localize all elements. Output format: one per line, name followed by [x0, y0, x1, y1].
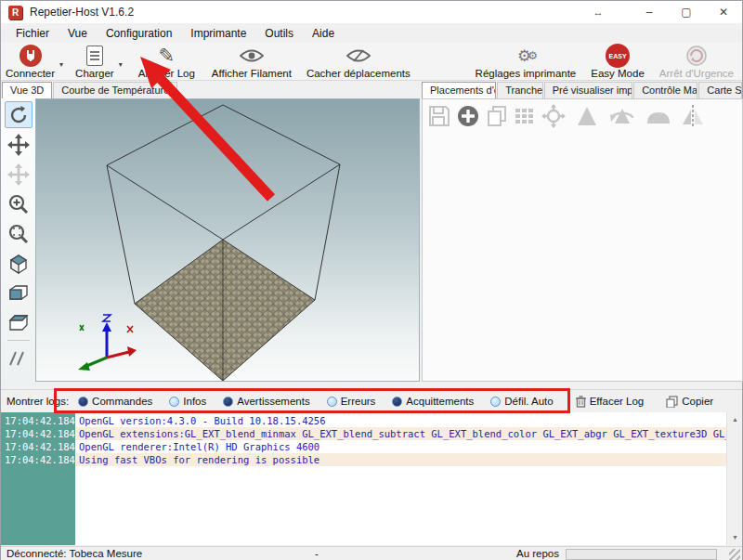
fit-view-button[interactable]	[5, 220, 33, 247]
toggle-acquittements[interactable]: Acquittements	[392, 396, 474, 407]
minimize-button[interactable]: –	[631, 1, 668, 23]
window-title: Repetier-Host V1.6.2	[30, 6, 134, 19]
document-icon	[86, 46, 103, 66]
copy-log-button[interactable]: Copier	[666, 396, 713, 408]
add-object-icon[interactable]	[456, 104, 480, 128]
menu-imprimante[interactable]: Imprimante	[181, 25, 255, 42]
center-object-icon[interactable]	[541, 104, 566, 128]
main-toolbar: Connecter ▾ Charger ▾ ✎ Afficher Log Aff…	[1, 43, 742, 81]
eye-icon	[240, 45, 264, 67]
tab-carte-sd[interactable]: Carte SD	[698, 82, 742, 98]
toolstrip-divider	[7, 340, 30, 341]
right-tabstrip: Placements d'objets Trancheur Pré visual…	[422, 82, 743, 98]
log-row: 17:04:42.184 OpenGL extensions:GL_EXT_bl…	[1, 427, 728, 440]
move-view-button[interactable]	[5, 131, 33, 158]
app-logo-icon: R	[8, 6, 22, 20]
isometric-view-button[interactable]	[5, 250, 33, 277]
tab-vue-3d[interactable]: Vue 3D	[2, 82, 52, 98]
tab-controle-manuel[interactable]: Contrôle Manuel	[633, 82, 697, 98]
connect-dropdown-icon[interactable]: ▾	[59, 60, 63, 69]
printer-settings-button[interactable]: ⚙⚙ Réglages imprimante	[471, 43, 581, 80]
log-output[interactable]: 17:04:42.184 OpenGL version:4.3.0 - Buil…	[1, 412, 742, 545]
log-row: 17:04:42.184 OpenGL version:4.3.0 - Buil…	[1, 414, 728, 427]
emergency-stop-button: Arrêt d'Urgence	[655, 43, 738, 80]
rotate-view-button[interactable]	[5, 101, 33, 128]
led-icon	[169, 397, 179, 407]
emergency-icon	[685, 45, 708, 67]
left-tabstrip: Vue 3D Courbe de Température	[2, 82, 420, 98]
toggle-defil-auto[interactable]: Défil. Auto	[490, 396, 553, 407]
app-window: R Repetier-Host V1.6.2 ↔ – ▢ ✕ Fichier V…	[0, 0, 743, 560]
eye-slash-icon	[346, 45, 371, 67]
menu-aide[interactable]: Aide	[303, 25, 344, 42]
connection-status: Déconnecté: Tobeca Mesure	[7, 548, 142, 559]
menu-bar: Fichier Vue Configuration Imprimante Out…	[1, 23, 742, 43]
copy-object-icon[interactable]	[486, 105, 508, 127]
show-filament-button[interactable]: Afficher Filament	[207, 43, 296, 80]
connect-button[interactable]: Connecter	[1, 43, 59, 80]
tab-trancheur[interactable]: Trancheur	[497, 82, 543, 98]
object-placement-panel	[422, 98, 743, 382]
progress-bar	[566, 549, 717, 560]
scroll-up-icon[interactable]: ▲	[727, 412, 742, 427]
easy-mode-button[interactable]: EASY Easy Mode	[586, 43, 649, 80]
toggle-avertissements[interactable]: Avertissements	[223, 396, 309, 407]
menu-outils[interactable]: Outils	[255, 25, 303, 42]
arrange-grid-icon[interactable]	[514, 105, 536, 127]
led-icon	[490, 397, 501, 407]
status-bar: Déconnecté: Tobeca Mesure - Au repos	[1, 546, 742, 560]
maximize-button[interactable]: ▢	[668, 1, 705, 23]
tab-pre-visualiser[interactable]: Pré visualiser impression	[544, 82, 632, 98]
mirror-object-icon[interactable]	[681, 104, 705, 128]
toggle-log-button[interactable]: ✎ Afficher Log	[134, 43, 200, 80]
view-toolstrip	[1, 98, 35, 382]
pen-input-icon[interactable]: ↔	[582, 1, 614, 23]
led-icon	[78, 397, 88, 407]
trash-icon	[576, 396, 586, 408]
zoom-in-button[interactable]	[5, 190, 33, 217]
toggle-erreurs[interactable]: Erreurs	[327, 396, 376, 407]
log-vertical-scrollbar[interactable]: ▲ ▼	[726, 412, 742, 545]
hide-travel-button[interactable]: Cacher déplacements	[302, 43, 415, 80]
log-filter-bar: Montrer logs: Commandes Infos Avertissem…	[1, 389, 742, 412]
title-bar: R Repetier-Host V1.6.2 ↔ – ▢ ✕	[1, 1, 742, 23]
tab-courbe-temperature[interactable]: Courbe de Température	[53, 82, 177, 98]
led-icon	[392, 397, 402, 407]
scale-object-icon[interactable]	[577, 105, 597, 127]
view3d-pane	[1, 98, 420, 382]
led-icon	[327, 397, 337, 407]
plug-icon	[20, 45, 42, 67]
copy-icon	[666, 396, 678, 408]
status-center: -	[315, 548, 319, 559]
printer-state: Au repos	[516, 548, 559, 559]
menu-configuration[interactable]: Configuration	[97, 25, 181, 42]
gears-icon: ⚙⚙	[517, 45, 534, 67]
resize-grip-icon[interactable]	[729, 549, 740, 560]
top-view-button[interactable]	[5, 309, 33, 336]
led-icon	[223, 397, 233, 407]
menu-vue[interactable]: Vue	[59, 25, 97, 42]
drop-object-icon[interactable]	[645, 105, 671, 127]
menu-fichier[interactable]: Fichier	[7, 25, 59, 42]
log-row: 17:04:42.184 OpenGL renderer:Intel(R) HD…	[1, 440, 728, 453]
toggle-infos[interactable]: Infos	[169, 396, 206, 407]
parallel-projection-button[interactable]	[5, 345, 33, 371]
rotate-object-icon[interactable]	[608, 105, 636, 127]
easy-badge-icon: EASY	[606, 44, 630, 68]
log-row: 17:04:42.184 Using fast VBOs for renderi…	[1, 453, 728, 466]
horizontal-splitter[interactable]	[1, 382, 742, 389]
pencil-icon: ✎	[158, 45, 175, 67]
log-filter-label: Montrer logs:	[7, 396, 69, 407]
toggle-commandes[interactable]: Commandes	[78, 396, 152, 407]
close-button[interactable]: ✕	[705, 1, 742, 23]
viewport-3d[interactable]	[35, 98, 420, 382]
save-icon[interactable]	[428, 105, 450, 127]
axis-gizmo	[78, 315, 137, 371]
load-dropdown-icon[interactable]: ▾	[119, 60, 123, 69]
scroll-down-icon[interactable]: ▼	[727, 530, 742, 545]
load-button[interactable]: Charger	[71, 43, 119, 80]
front-view-button[interactable]	[5, 280, 33, 306]
move-object-button	[5, 161, 33, 188]
tab-placements-objets[interactable]: Placements d'objets	[422, 82, 496, 98]
clear-log-button[interactable]: Effacer Log	[576, 396, 645, 408]
